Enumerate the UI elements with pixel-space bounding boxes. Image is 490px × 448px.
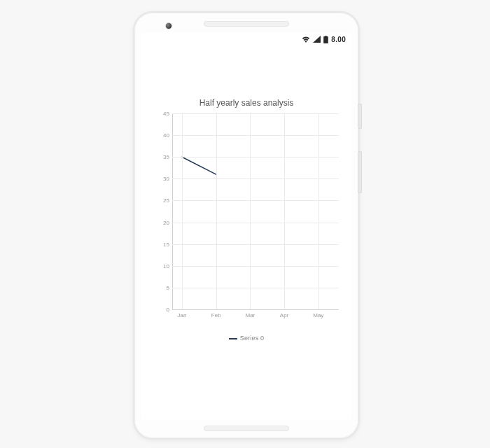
x-tick-label: Mar bbox=[246, 312, 255, 318]
y-tick-label: 5 bbox=[167, 284, 169, 290]
legend-series-label: Series 0 bbox=[240, 335, 265, 342]
y-tick-label: 10 bbox=[163, 262, 169, 269]
chart-plot-inner bbox=[172, 113, 339, 309]
status-clock: 8.00 bbox=[331, 36, 346, 43]
gridline-horizontal bbox=[172, 223, 339, 223]
x-tick-label: Jan bbox=[178, 312, 187, 318]
y-tick-label: 20 bbox=[163, 219, 169, 225]
battery-icon bbox=[323, 36, 328, 43]
gridline-vertical bbox=[250, 113, 251, 309]
phone-frame: 8.00 Half yearly sales analysis 05101520… bbox=[133, 11, 360, 440]
phone-camera bbox=[165, 22, 172, 29]
wifi-icon bbox=[302, 36, 310, 43]
status-bar: 8.00 bbox=[141, 32, 351, 46]
cell-signal-icon bbox=[313, 36, 321, 43]
chart-x-axis: JanFebMarAprMay bbox=[172, 309, 339, 323]
gridline-vertical bbox=[318, 113, 319, 309]
y-tick-label: 40 bbox=[163, 132, 169, 139]
phone-side-button bbox=[358, 104, 362, 129]
x-tick-label: Feb bbox=[211, 312, 221, 318]
chart-title: Half yearly sales analysis bbox=[154, 98, 339, 108]
x-tick-label: Apr bbox=[280, 312, 288, 318]
gridline-horizontal bbox=[172, 266, 339, 267]
phone-speaker-bottom bbox=[204, 426, 289, 431]
gridline-horizontal bbox=[172, 288, 339, 288]
y-tick-label: 0 bbox=[167, 307, 169, 313]
series-line bbox=[172, 113, 339, 311]
phone-screen: 8.00 Half yearly sales analysis 05101520… bbox=[141, 32, 351, 420]
phone-speaker-top bbox=[204, 21, 289, 27]
gridline-horizontal bbox=[172, 157, 339, 158]
gridline-vertical bbox=[216, 113, 217, 309]
chart-plot-area: 051015202530354045 JanFebMarAprMay bbox=[154, 113, 339, 323]
gridline-vertical bbox=[182, 113, 183, 309]
gridline-horizontal bbox=[172, 200, 339, 201]
y-tick-label: 35 bbox=[163, 154, 169, 160]
y-tick-label: 15 bbox=[163, 241, 169, 247]
legend-color-swatch bbox=[229, 338, 237, 340]
phone-side-button bbox=[358, 151, 362, 193]
gridline-vertical bbox=[284, 113, 285, 309]
y-tick-label: 30 bbox=[163, 176, 169, 182]
gridline-horizontal bbox=[172, 178, 339, 179]
y-tick-label: 45 bbox=[163, 111, 169, 117]
chart-y-axis: 051015202530354045 bbox=[154, 113, 172, 309]
x-tick-label: May bbox=[313, 312, 323, 318]
gridline-horizontal bbox=[172, 135, 339, 136]
gridline-horizontal bbox=[172, 113, 339, 114]
gridline-horizontal bbox=[172, 244, 339, 245]
chart-container: Half yearly sales analysis 0510152025303… bbox=[154, 98, 339, 356]
y-tick-label: 25 bbox=[163, 197, 169, 204]
chart-legend: Series 0 bbox=[154, 335, 339, 342]
